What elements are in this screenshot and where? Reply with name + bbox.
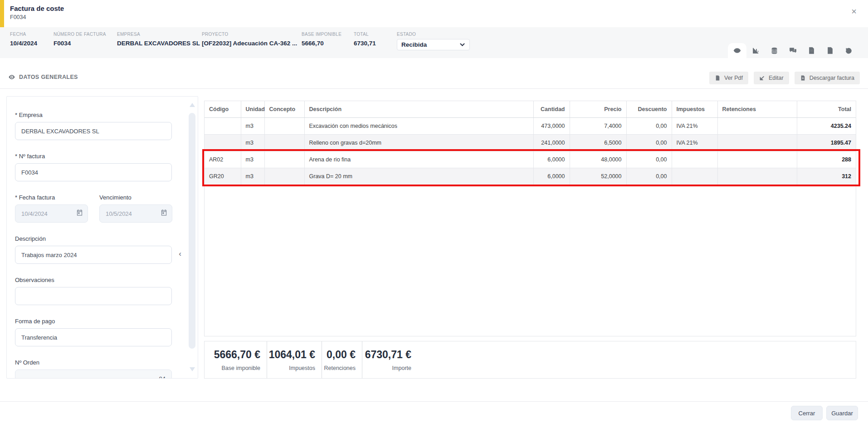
cell-total: 4235.24	[797, 117, 856, 134]
info-field-value: 5666,70	[302, 40, 354, 47]
editar-button[interactable]: Editar	[754, 72, 789, 84]
info-field-value: 6730,71	[354, 40, 402, 47]
page-title: Factura de coste	[10, 5, 64, 12]
cell-concepto	[264, 117, 304, 134]
forma-pago-label: Forma de pago	[15, 318, 172, 325]
cell-cantidad: 473,0000	[533, 117, 570, 134]
section-title: DATOS GENERALES	[8, 73, 78, 81]
estado-label: ESTADO	[397, 32, 470, 37]
descripcion-field[interactable]	[15, 246, 172, 264]
tab-bar-chart[interactable]	[746, 43, 765, 58]
n-orden-field[interactable]	[15, 370, 172, 379]
info-field-label: TOTAL	[354, 32, 402, 37]
cerrar-button[interactable]: Cerrar	[791, 406, 823, 420]
info-bar-fields: FECHA10/4/2024NÚMERO DE FACTURAF0034EMPR…	[10, 32, 402, 47]
info-field: TOTAL6730,71	[354, 32, 402, 47]
info-field-label: EMPRESA	[117, 32, 202, 37]
cell-precio: 52,0000	[570, 168, 626, 185]
total-label: Retenciones	[324, 365, 356, 371]
total-importe: 6730,71 €Importe	[362, 341, 418, 378]
table-row[interactable]: AR02m3Arena de rio fina6,000048,00000,00…	[205, 151, 856, 168]
cell-total: 1895.47	[797, 134, 856, 151]
cell-retenciones	[717, 134, 797, 151]
table-row[interactable]: GR20m3Grava D= 20 mm6,000052,00000,00312	[205, 168, 856, 185]
n-factura-field[interactable]	[15, 163, 172, 181]
info-field: EMPRESADERBAL EXCAVADORES SL	[117, 32, 202, 47]
total-label: Importe	[392, 365, 411, 371]
tab-eye[interactable]	[728, 43, 746, 58]
column-header-codigo: Código	[205, 101, 241, 117]
line-items-table: CódigoUnidadConceptoDescripciónCantidadP…	[204, 101, 856, 336]
cell-descripcion: Arena de rio fina	[304, 151, 533, 168]
info-field-label: PROYECTO	[202, 32, 302, 37]
invoice-dollar-icon: $	[808, 47, 815, 54]
info-bar: FECHA10/4/2024NÚMERO DE FACTURAF0034EMPR…	[0, 27, 868, 58]
tab-comments[interactable]	[784, 43, 802, 58]
info-field-value: F0034	[54, 40, 117, 47]
estado-select[interactable]: Recibida	[397, 39, 470, 50]
cell-retenciones	[717, 151, 797, 168]
info-field-label: NÚMERO DE FACTURA	[54, 32, 117, 37]
scrollbar-thumb[interactable]	[189, 113, 195, 349]
cell-unidad: m3	[241, 134, 264, 151]
svg-text:$: $	[811, 49, 813, 53]
observaciones-field[interactable]	[15, 287, 172, 305]
forma-pago-field[interactable]	[15, 328, 172, 346]
info-field: FECHA10/4/2024	[10, 32, 54, 47]
document-icon	[826, 47, 834, 54]
tab-invoice-dollar[interactable]: $	[802, 43, 821, 58]
calendar-icon	[161, 209, 167, 216]
cell-cantidad: 241,0000	[533, 134, 570, 151]
line-items-body: m3Excavación con medios mecánicos473,000…	[205, 117, 856, 185]
descargar-factura-button[interactable]: Descargar factura	[795, 72, 860, 84]
cell-concepto	[264, 168, 304, 185]
general-data-form: * Empresa * Nº factura * Fecha factura V…	[6, 96, 198, 379]
section-title-text: DATOS GENERALES	[19, 74, 78, 80]
bar-chart-icon	[752, 47, 760, 54]
total-value: 5666,70 €	[214, 349, 260, 361]
ver-pdf-button[interactable]: Ver Pdf	[709, 72, 748, 84]
section-bar: DATOS GENERALES Ver Pdf Editar Descargar…	[0, 58, 868, 89]
descargar-label: Descargar factura	[809, 75, 854, 81]
cell-unidad: m3	[241, 151, 264, 168]
tab-coins[interactable]	[765, 43, 784, 58]
info-field-value: DERBAL EXCAVADORES SL	[117, 40, 202, 47]
history-icon	[845, 47, 853, 54]
column-header-descripcion: Descripción	[304, 101, 533, 117]
cell-cantidad: 6,0000	[533, 168, 570, 185]
close-icon[interactable]: ×	[848, 5, 860, 17]
info-field-value: [OF22032] Adecuación CA-362 ...	[202, 40, 302, 47]
chevron-down-icon	[459, 42, 465, 48]
cell-total: 312	[797, 168, 856, 185]
scroll-up-icon[interactable]	[190, 103, 195, 107]
guardar-button[interactable]: Guardar	[826, 406, 858, 420]
cell-descripcion: Excavación con medios mecánicos	[304, 117, 533, 134]
observaciones-label: Observaciones	[15, 277, 172, 283]
column-header-impuestos: Impuestos	[672, 101, 717, 117]
accent-bar	[0, 0, 4, 27]
empresa-field[interactable]	[15, 122, 172, 140]
eye-icon	[733, 47, 741, 54]
table-row[interactable]: m3Excavación con medios mecánicos473,000…	[205, 117, 856, 134]
tab-history[interactable]	[839, 43, 858, 58]
tab-document[interactable]	[821, 43, 839, 58]
cell-codigo: AR02	[205, 151, 241, 168]
form-scrollbar[interactable]	[189, 101, 196, 373]
cell-retenciones	[717, 168, 797, 185]
vencimiento-label: Vencimiento	[99, 194, 172, 201]
total-value: 1064,01 €	[269, 349, 315, 361]
total-label: Base imponible	[222, 365, 260, 371]
tab-strip: $	[728, 43, 858, 58]
collapse-panel-chevron-icon[interactable]: ‹	[176, 249, 184, 259]
column-header-descuento: Descuento	[626, 101, 672, 117]
cell-impuestos: IVA 21%	[672, 117, 717, 134]
total-value: 6730,71 €	[365, 349, 411, 361]
ver-pdf-label: Ver Pdf	[724, 75, 743, 81]
comments-icon	[789, 47, 797, 54]
cell-codigo	[205, 117, 241, 134]
table-row[interactable]: m3Relleno con gravas d=20mm241,00006,500…	[205, 134, 856, 151]
footer-divider	[0, 401, 868, 402]
scroll-down-icon[interactable]	[190, 367, 195, 371]
section-actions: Ver Pdf Editar Descargar factura	[709, 72, 860, 84]
column-header-retenciones: Retenciones	[717, 101, 797, 117]
